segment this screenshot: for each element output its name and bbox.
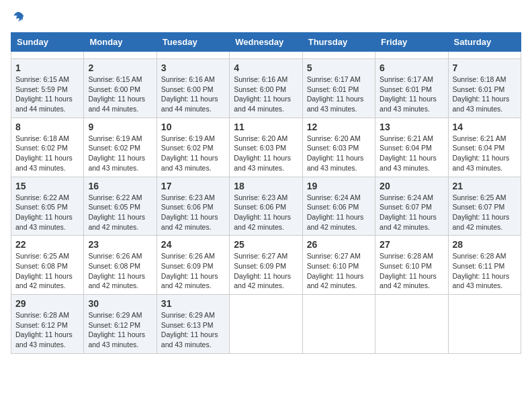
calendar-week-row: 8Sunrise: 6:18 AMSunset: 6:02 PMDaylight… xyxy=(11,118,521,177)
calendar-cell: 8Sunrise: 6:18 AMSunset: 6:02 PMDaylight… xyxy=(11,118,84,177)
day-number: 10 xyxy=(161,122,225,132)
day-info: Sunrise: 6:15 AMSunset: 6:00 PMDaylight:… xyxy=(88,75,152,114)
day-number: 4 xyxy=(234,62,298,73)
day-number: 11 xyxy=(234,122,298,132)
day-info: Sunrise: 6:21 AMSunset: 6:04 PMDaylight:… xyxy=(380,134,443,173)
page-header xyxy=(11,11,521,24)
day-info: Sunrise: 6:21 AMSunset: 6:04 PMDaylight:… xyxy=(453,134,517,173)
calendar-cell: 3Sunrise: 6:16 AMSunset: 6:00 PMDaylight… xyxy=(157,59,229,118)
day-info: Sunrise: 6:29 AMSunset: 6:13 PMDaylight:… xyxy=(161,310,225,350)
day-info: Sunrise: 6:16 AMSunset: 6:00 PMDaylight:… xyxy=(161,75,225,114)
day-info: Sunrise: 6:17 AMSunset: 6:01 PMDaylight:… xyxy=(307,75,371,114)
day-number: 25 xyxy=(234,239,298,250)
calendar-cell xyxy=(230,52,302,59)
calendar-cell: 4Sunrise: 6:16 AMSunset: 6:00 PMDaylight… xyxy=(230,59,302,118)
calendar-cell: 28Sunrise: 6:28 AMSunset: 6:11 PMDayligh… xyxy=(448,236,521,295)
calendar-cell: 7Sunrise: 6:18 AMSunset: 6:01 PMDaylight… xyxy=(448,59,521,118)
calendar-cell: 22Sunrise: 6:25 AMSunset: 6:08 PMDayligh… xyxy=(11,236,84,295)
day-number: 24 xyxy=(161,239,225,250)
calendar-cell xyxy=(302,52,375,59)
day-number: 30 xyxy=(88,298,152,309)
calendar-cell: 10Sunrise: 6:19 AMSunset: 6:02 PMDayligh… xyxy=(157,118,229,177)
day-number: 22 xyxy=(15,239,79,250)
calendar-table: SundayMondayTuesdayWednesdayThursdayFrid… xyxy=(11,32,521,354)
day-info: Sunrise: 6:26 AMSunset: 6:09 PMDaylight:… xyxy=(161,251,225,291)
day-number: 3 xyxy=(161,62,225,73)
day-number: 14 xyxy=(453,122,517,132)
day-number: 15 xyxy=(15,181,79,191)
day-number: 28 xyxy=(453,239,517,250)
calendar-cell xyxy=(375,295,448,354)
calendar-cell: 20Sunrise: 6:24 AMSunset: 6:07 PMDayligh… xyxy=(375,177,448,236)
calendar-cell: 25Sunrise: 6:27 AMSunset: 6:09 PMDayligh… xyxy=(230,236,302,295)
calendar-cell: 21Sunrise: 6:25 AMSunset: 6:07 PMDayligh… xyxy=(448,177,521,236)
day-number: 23 xyxy=(88,239,152,250)
calendar-cell: 29Sunrise: 6:28 AMSunset: 6:12 PMDayligh… xyxy=(11,295,84,354)
calendar-cell xyxy=(448,52,521,59)
calendar-cell xyxy=(230,295,302,354)
day-number: 1 xyxy=(15,62,79,73)
day-info: Sunrise: 6:25 AMSunset: 6:07 PMDaylight:… xyxy=(453,193,517,232)
day-info: Sunrise: 6:28 AMSunset: 6:11 PMDaylight:… xyxy=(453,251,517,291)
calendar-cell xyxy=(375,52,448,59)
calendar-cell: 12Sunrise: 6:20 AMSunset: 6:03 PMDayligh… xyxy=(302,118,375,177)
calendar-week-row xyxy=(11,52,521,59)
calendar-header-saturday: Saturday xyxy=(448,33,521,52)
day-number: 27 xyxy=(380,239,443,250)
day-number: 21 xyxy=(453,181,517,191)
day-info: Sunrise: 6:27 AMSunset: 6:10 PMDaylight:… xyxy=(307,251,371,291)
calendar-header-wednesday: Wednesday xyxy=(230,33,302,52)
day-info: Sunrise: 6:24 AMSunset: 6:07 PMDaylight:… xyxy=(380,193,443,232)
calendar-header-sunday: Sunday xyxy=(11,33,84,52)
calendar-cell xyxy=(84,52,157,59)
day-info: Sunrise: 6:18 AMSunset: 6:02 PMDaylight:… xyxy=(15,134,79,173)
day-info: Sunrise: 6:23 AMSunset: 6:06 PMDaylight:… xyxy=(234,193,298,232)
day-number: 26 xyxy=(307,239,371,250)
day-info: Sunrise: 6:25 AMSunset: 6:08 PMDaylight:… xyxy=(15,251,79,291)
calendar-cell: 11Sunrise: 6:20 AMSunset: 6:03 PMDayligh… xyxy=(230,118,302,177)
calendar-cell: 24Sunrise: 6:26 AMSunset: 6:09 PMDayligh… xyxy=(157,236,229,295)
day-number: 6 xyxy=(380,62,443,73)
calendar-cell: 14Sunrise: 6:21 AMSunset: 6:04 PMDayligh… xyxy=(448,118,521,177)
calendar-cell: 18Sunrise: 6:23 AMSunset: 6:06 PMDayligh… xyxy=(230,177,302,236)
calendar-cell: 15Sunrise: 6:22 AMSunset: 6:05 PMDayligh… xyxy=(11,177,84,236)
day-info: Sunrise: 6:28 AMSunset: 6:10 PMDaylight:… xyxy=(380,251,443,291)
calendar-cell: 19Sunrise: 6:24 AMSunset: 6:06 PMDayligh… xyxy=(302,177,375,236)
day-number: 17 xyxy=(161,181,225,191)
day-info: Sunrise: 6:15 AMSunset: 5:59 PMDaylight:… xyxy=(15,75,79,114)
day-info: Sunrise: 6:20 AMSunset: 6:03 PMDaylight:… xyxy=(234,134,298,173)
calendar-cell: 6Sunrise: 6:17 AMSunset: 6:01 PMDaylight… xyxy=(375,59,448,118)
day-number: 31 xyxy=(161,298,225,309)
calendar-cell xyxy=(448,295,521,354)
day-number: 9 xyxy=(88,122,152,132)
calendar-cell: 23Sunrise: 6:26 AMSunset: 6:08 PMDayligh… xyxy=(84,236,157,295)
calendar-cell: 1Sunrise: 6:15 AMSunset: 5:59 PMDaylight… xyxy=(11,59,84,118)
calendar-header-monday: Monday xyxy=(84,33,157,52)
day-info: Sunrise: 6:18 AMSunset: 6:01 PMDaylight:… xyxy=(453,75,517,114)
day-info: Sunrise: 6:28 AMSunset: 6:12 PMDaylight:… xyxy=(15,310,79,350)
day-number: 16 xyxy=(88,181,152,191)
day-number: 2 xyxy=(88,62,152,73)
day-number: 19 xyxy=(307,181,371,191)
day-number: 7 xyxy=(453,62,517,73)
calendar-cell xyxy=(157,52,229,59)
day-info: Sunrise: 6:19 AMSunset: 6:02 PMDaylight:… xyxy=(161,134,225,173)
calendar-week-row: 15Sunrise: 6:22 AMSunset: 6:05 PMDayligh… xyxy=(11,177,521,236)
day-number: 8 xyxy=(15,122,79,132)
calendar-cell: 5Sunrise: 6:17 AMSunset: 6:01 PMDaylight… xyxy=(302,59,375,118)
day-number: 29 xyxy=(15,298,79,309)
day-number: 18 xyxy=(234,181,298,191)
day-info: Sunrise: 6:23 AMSunset: 6:06 PMDaylight:… xyxy=(161,193,225,232)
day-info: Sunrise: 6:19 AMSunset: 6:02 PMDaylight:… xyxy=(88,134,152,173)
day-info: Sunrise: 6:20 AMSunset: 6:03 PMDaylight:… xyxy=(307,134,371,173)
day-info: Sunrise: 6:24 AMSunset: 6:06 PMDaylight:… xyxy=(307,193,371,232)
day-info: Sunrise: 6:17 AMSunset: 6:01 PMDaylight:… xyxy=(380,75,443,114)
calendar-cell xyxy=(302,295,375,354)
calendar-week-row: 22Sunrise: 6:25 AMSunset: 6:08 PMDayligh… xyxy=(11,236,521,295)
calendar-cell: 2Sunrise: 6:15 AMSunset: 6:00 PMDaylight… xyxy=(84,59,157,118)
day-number: 12 xyxy=(307,122,371,132)
day-number: 5 xyxy=(307,62,371,73)
calendar-cell: 31Sunrise: 6:29 AMSunset: 6:13 PMDayligh… xyxy=(157,295,229,354)
calendar-week-row: 29Sunrise: 6:28 AMSunset: 6:12 PMDayligh… xyxy=(11,295,521,354)
calendar-header-friday: Friday xyxy=(375,33,448,52)
